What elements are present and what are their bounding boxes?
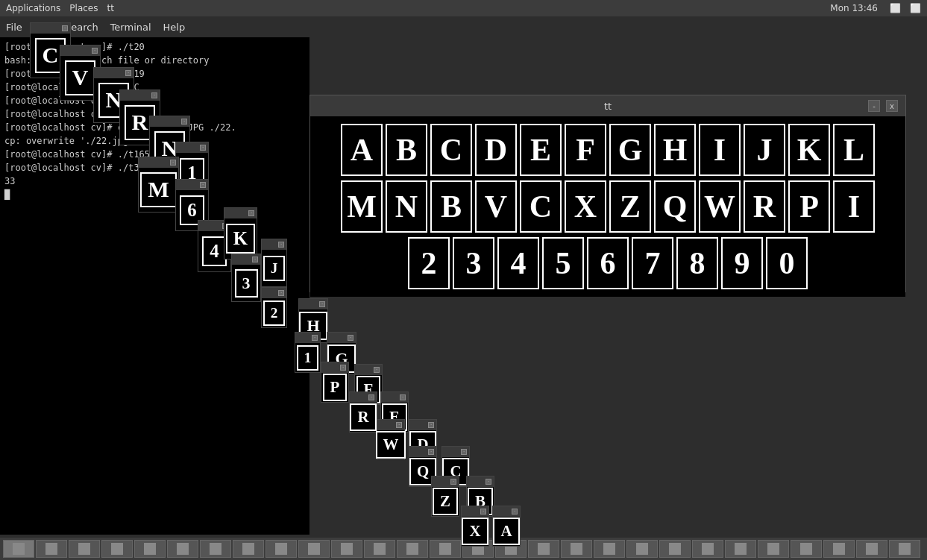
- taskbar-item[interactable]: [397, 540, 428, 558]
- menu-terminal[interactable]: Terminal: [110, 22, 151, 33]
- taskbar-item[interactable]: [823, 540, 855, 558]
- mini-close-btn[interactable]: ·: [486, 479, 491, 485]
- taskbar-icon: [177, 543, 189, 555]
- taskbar-item[interactable]: [364, 540, 395, 558]
- system-time: Mon 13:46: [830, 3, 878, 13]
- applications-menu[interactable]: Applications: [6, 3, 60, 13]
- mini-letter: 1: [297, 345, 319, 371]
- mini-close-btn[interactable]: ·: [461, 449, 467, 455]
- mini-close-btn[interactable]: ·: [312, 335, 318, 341]
- taskbar-item[interactable]: [331, 540, 362, 558]
- tt-close-btn[interactable]: x: [886, 100, 898, 112]
- mini-close-btn[interactable]: ·: [374, 367, 380, 373]
- mini-body: Z: [432, 487, 459, 516]
- tt-content: A B C D E F G H I J K L M N B V C X: [310, 116, 905, 297]
- taskbar-icon: [144, 543, 156, 555]
- maximize-all-btn[interactable]: ⬜: [910, 3, 921, 13]
- system-bar: Applications Places tt Mon 13:46 ⬜ ⬜: [0, 0, 927, 16]
- mini-letter: X: [462, 517, 488, 545]
- mini-close-btn[interactable]: ·: [340, 365, 346, 371]
- mini-close-btn[interactable]: ·: [428, 422, 434, 428]
- mini-close-btn[interactable]: ·: [125, 70, 131, 76]
- tt-minimize-btn[interactable]: -: [868, 100, 880, 112]
- menu-file[interactable]: File: [6, 22, 22, 33]
- menu-help[interactable]: Help: [163, 22, 186, 33]
- taskbar-item[interactable]: [167, 540, 198, 558]
- taskbar-item[interactable]: [725, 540, 756, 558]
- mini-close-btn[interactable]: ·: [151, 92, 157, 98]
- taskbar-item[interactable]: [758, 540, 789, 558]
- mini-letter: 2: [263, 301, 286, 326]
- cascade-letter-11: ·J: [261, 239, 287, 287]
- taskbar-icon: [341, 543, 353, 555]
- mini-letter: W: [376, 431, 406, 459]
- taskbar-item[interactable]: [233, 540, 264, 558]
- taskbar-item[interactable]: [692, 540, 723, 558]
- taskbar-icon: [669, 543, 681, 555]
- taskbar-item[interactable]: [856, 540, 887, 558]
- letter-J: J: [744, 124, 785, 176]
- mini-close-btn[interactable]: ·: [92, 48, 98, 54]
- taskbar-item[interactable]: [101, 540, 133, 558]
- minimize-all-btn[interactable]: ⬜: [890, 3, 901, 13]
- places-menu[interactable]: Places: [69, 3, 98, 13]
- taskbar-item[interactable]: [298, 540, 330, 558]
- mini-titlebar: ·: [232, 254, 260, 265]
- mini-body: A: [493, 517, 520, 546]
- taskbar-item[interactable]: [791, 540, 822, 558]
- taskbar-item[interactable]: [36, 540, 67, 558]
- taskbar-item[interactable]: [265, 540, 297, 558]
- mini-close-btn[interactable]: ·: [278, 242, 284, 248]
- letter-3: 3: [453, 237, 494, 289]
- taskbar-icon: [800, 543, 812, 555]
- mini-close-btn[interactable]: ·: [200, 182, 206, 188]
- mini-close-btn[interactable]: ·: [170, 160, 176, 166]
- mini-close-btn[interactable]: ·: [400, 394, 406, 400]
- mini-close-btn[interactable]: ·: [512, 509, 518, 515]
- mini-close-btn[interactable]: ·: [62, 25, 68, 31]
- mini-close-btn[interactable]: ·: [248, 210, 254, 216]
- tt-menu[interactable]: tt: [107, 3, 113, 13]
- mini-letter: V: [65, 60, 96, 95]
- mini-close-btn[interactable]: ·: [428, 449, 434, 455]
- mini-letter: 4: [202, 236, 226, 266]
- mini-close-btn[interactable]: ·: [278, 290, 284, 296]
- taskbar-item[interactable]: [659, 540, 691, 558]
- mini-close-btn[interactable]: ·: [480, 509, 486, 515]
- mini-body: W: [377, 430, 404, 459]
- taskbar-item[interactable]: [69, 540, 100, 558]
- mini-titlebar: ·: [321, 362, 348, 373]
- taskbar-item[interactable]: [200, 540, 231, 558]
- taskbar-item[interactable]: [561, 540, 592, 558]
- letter-8: 8: [676, 237, 718, 289]
- mini-close-btn[interactable]: ·: [368, 394, 374, 400]
- taskbar-item[interactable]: [528, 540, 559, 558]
- mini-body: M: [139, 168, 178, 212]
- taskbar-item[interactable]: [430, 540, 461, 558]
- letter-L: L: [833, 124, 875, 176]
- cascade-letter-24: ·Z: [431, 476, 459, 517]
- letter-K: K: [788, 124, 830, 176]
- taskbar-item[interactable]: [889, 540, 920, 558]
- cascade-letter-10: ·3: [231, 254, 261, 302]
- taskbar-item[interactable]: [594, 540, 625, 558]
- letter-5: 5: [542, 237, 584, 289]
- mini-body: 3: [232, 265, 260, 301]
- taskbar-item[interactable]: [626, 540, 658, 558]
- letter-row-2: M N B V C X Z Q W R P I: [325, 180, 890, 233]
- mini-titlebar: ·: [381, 392, 408, 403]
- letter-B2: B: [430, 180, 472, 233]
- mini-close-btn[interactable]: ·: [450, 479, 456, 485]
- mini-close-btn[interactable]: ·: [348, 335, 353, 341]
- letter-F: F: [565, 124, 606, 176]
- mini-close-btn[interactable]: ·: [319, 301, 325, 307]
- letter-I: I: [699, 124, 741, 176]
- mini-close-btn[interactable]: ·: [396, 422, 402, 428]
- mini-close-btn[interactable]: ·: [181, 119, 187, 125]
- mini-close-btn[interactable]: ·: [200, 145, 206, 151]
- taskbar-icon: [833, 543, 845, 555]
- taskbar-item-active[interactable]: [3, 540, 34, 558]
- mini-close-btn[interactable]: ·: [252, 257, 258, 262]
- mini-titlebar: ·: [60, 45, 100, 56]
- taskbar-item[interactable]: [134, 540, 166, 558]
